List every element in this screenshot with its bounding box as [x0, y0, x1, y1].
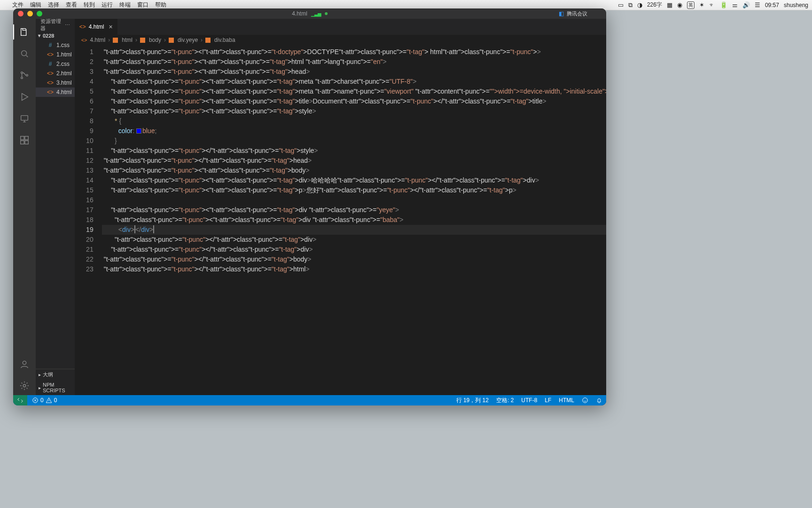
svg-point-1 [21, 72, 23, 74]
run-debug-icon[interactable] [13, 87, 36, 106]
folder-header[interactable]: ▸ 0228 [36, 31, 75, 40]
editor-tabs: <> 4.html × ⋯ [75, 19, 606, 35]
svg-point-2 [21, 77, 23, 79]
file-row[interactable]: <>1.html [36, 50, 75, 59]
notifications-bell-icon[interactable] [596, 397, 602, 404]
encoding[interactable]: UTF-8 [521, 397, 537, 404]
wifi-icon[interactable]: ᯤ [709, 1, 715, 8]
svg-rect-6 [25, 136, 28, 140]
clock[interactable]: 09:57 [765, 2, 779, 8]
tab-4html[interactable]: <> 4.html × [75, 19, 118, 35]
language-mode[interactable]: HTML [559, 397, 574, 404]
menu-terminal[interactable]: 终端 [119, 1, 131, 9]
breadcrumb-item[interactable]: 4.html [90, 37, 106, 43]
svg-point-10 [23, 384, 26, 387]
element-icon [140, 38, 145, 43]
sync-icon[interactable]: ◑ [637, 1, 642, 8]
tencent-meeting-icon[interactable]: ◧ [559, 10, 564, 17]
chevron-right-icon: ▸ [39, 385, 41, 390]
file-row[interactable]: <>2.html [36, 69, 75, 78]
volume-icon[interactable]: 🔊 [742, 1, 750, 8]
menu-goto[interactable]: 转到 [84, 1, 95, 9]
battery-icon[interactable]: 🔋 [720, 1, 727, 8]
display-icon[interactable]: ▭ [618, 1, 624, 8]
input-method[interactable]: 英 [687, 1, 695, 9]
spotlight-icon[interactable]: ✶ [699, 1, 704, 8]
html-file-icon: <> [47, 51, 54, 58]
svg-point-3 [26, 74, 28, 76]
errors-count: 0 [40, 397, 44, 404]
breadcrumb-item[interactable]: html [122, 37, 133, 43]
element-icon [113, 38, 118, 43]
html-file-icon: <> [47, 89, 54, 95]
breadcrumb-item[interactable]: div.baba [214, 37, 235, 43]
indentation[interactable]: 空格: 2 [496, 397, 514, 405]
file-row[interactable]: <>3.html [36, 78, 75, 87]
menu-select[interactable]: 选择 [48, 1, 59, 9]
tab-label: 4.html [89, 24, 104, 30]
remote-explorer-icon[interactable] [13, 109, 36, 128]
ime-status[interactable]: 226字 [647, 1, 662, 9]
file-row[interactable]: <>4.html [36, 87, 75, 97]
file-name: 3.html [56, 79, 72, 86]
window-titlebar: 4.html ▁▃▅ ◧ 腾讯会议 [13, 8, 606, 19]
chevron-right-icon: › [135, 37, 137, 43]
menu-file[interactable]: 文件 [12, 1, 23, 9]
problems-indicator[interactable]: 0 0 [32, 397, 57, 404]
notifications-icon[interactable]: ☰ [755, 1, 760, 8]
file-row[interactable]: #2.css [36, 59, 75, 69]
explorer-sidebar: 资源管理器 ⋯ ▸ 0228 #1.css<>1.html#2.css<>2.h… [36, 19, 75, 395]
extensions-icon[interactable] [13, 131, 36, 150]
file-tree: #1.css<>1.html#2.css<>2.html<>3.html<>4.… [36, 40, 75, 369]
svg-rect-7 [21, 141, 24, 144]
file-row[interactable]: #1.css [36, 40, 75, 50]
record-icon[interactable]: ⧉ [628, 1, 632, 9]
settings-gear-icon[interactable] [13, 376, 36, 395]
file-name: 1.css [56, 42, 70, 48]
outline-section[interactable]: ▸ 大纲 [36, 369, 75, 380]
feedback-icon[interactable] [582, 397, 588, 404]
svg-point-9 [23, 361, 26, 365]
html-file-icon: <> [79, 24, 86, 30]
menu-run[interactable]: 运行 [102, 1, 113, 9]
code-editor[interactable]: 1234567891011121314151617181920212223 "t… [75, 45, 606, 395]
tab-close-icon[interactable]: × [109, 23, 112, 31]
html-file-icon: <> [81, 37, 87, 43]
window-close-button[interactable] [18, 11, 23, 16]
remote-indicator[interactable] [13, 395, 27, 405]
username[interactable]: shusheng [784, 2, 808, 8]
menu-edit[interactable]: 编辑 [30, 1, 41, 9]
npm-scripts-section[interactable]: ▸ NPM SCRIPTS [36, 380, 75, 395]
qr-icon[interactable]: ▦ [667, 1, 672, 8]
menu-help[interactable]: 帮助 [155, 1, 166, 9]
chevron-down-icon: ▸ [37, 35, 42, 37]
breadcrumb[interactable]: <> 4.html › html › body › div.yeye › div… [75, 35, 606, 45]
source-control-icon[interactable] [13, 66, 36, 85]
search-icon[interactable] [13, 44, 36, 63]
html-file-icon: <> [47, 79, 54, 86]
siri-icon[interactable]: ◉ [677, 1, 682, 8]
svg-rect-5 [21, 136, 24, 140]
sidebar-more-icon[interactable]: ⋯ [65, 22, 70, 28]
window-minimize-button[interactable] [27, 11, 33, 16]
window-maximize-button[interactable] [37, 11, 42, 16]
file-name: 2.css [56, 61, 70, 67]
control-center-icon[interactable]: ⚌ [732, 1, 738, 8]
tencent-meeting-label[interactable]: 腾讯会议 [567, 10, 587, 17]
title-filename: 4.html [292, 10, 307, 17]
breadcrumb-item[interactable]: div.yeye [178, 37, 198, 43]
file-name: 4.html [56, 89, 72, 95]
cursor-position[interactable]: 行 19，列 12 [456, 397, 489, 405]
code-content[interactable]: "t-attr">class"t-punc">="t-punc"><!"t-at… [102, 45, 606, 395]
explorer-icon[interactable] [13, 23, 36, 41]
menu-window[interactable]: 窗口 [137, 1, 148, 9]
chevron-right-icon: › [201, 37, 203, 43]
svg-point-13 [583, 397, 588, 403]
menu-view[interactable]: 查看 [66, 1, 77, 9]
eol[interactable]: LF [545, 397, 551, 404]
breadcrumb-item[interactable]: body [149, 37, 161, 43]
status-dot-icon [325, 12, 328, 15]
account-icon[interactable] [13, 355, 36, 373]
svg-point-0 [22, 51, 27, 56]
editor-group: <> 4.html × ⋯ <> 4.html › html › [75, 19, 606, 395]
